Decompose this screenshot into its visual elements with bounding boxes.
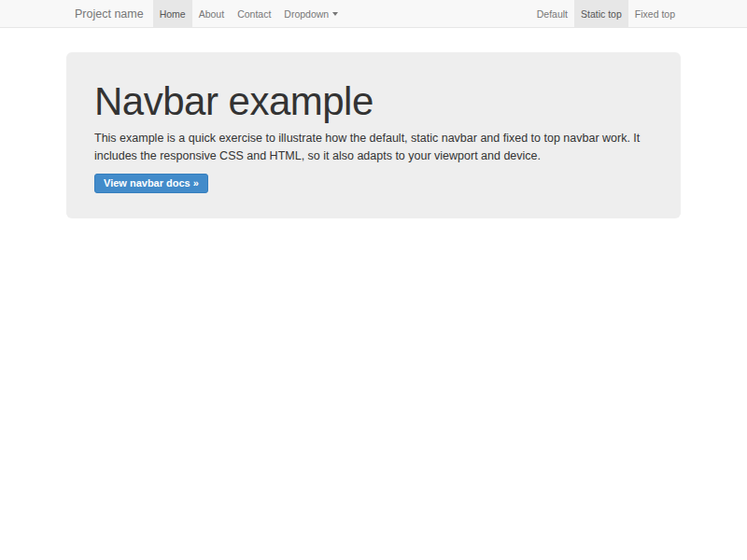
description-line-2: includes the responsive CSS and HTML, so…	[94, 147, 653, 165]
jumbotron: Navbar example This example is a quick e…	[66, 52, 681, 218]
nav-item-default[interactable]: Default	[530, 0, 574, 27]
navbar-container: Project name Home About Contact Dropdown…	[65, 0, 682, 27]
nav-item-fixed-top[interactable]: Fixed top	[628, 0, 682, 27]
main-content: Navbar example This example is a quick e…	[0, 52, 747, 218]
nav-item-home[interactable]: Home	[153, 0, 192, 27]
top-navbar: Project name Home About Contact Dropdown…	[0, 0, 747, 28]
navbar-left-nav: Home About Contact Dropdown	[153, 0, 345, 27]
navbar-brand[interactable]: Project name	[65, 0, 153, 27]
view-navbar-docs-button[interactable]: View navbar docs »	[94, 174, 208, 193]
nav-item-dropdown[interactable]: Dropdown	[277, 0, 345, 27]
page-title: Navbar example	[94, 81, 653, 122]
description-line-1: This example is a quick exercise to illu…	[94, 130, 653, 147]
nav-item-contact[interactable]: Contact	[231, 0, 277, 27]
dropdown-label: Dropdown	[284, 8, 329, 20]
caret-down-icon	[332, 12, 338, 16]
jumbotron-description: This example is a quick exercise to illu…	[94, 130, 653, 165]
nav-item-about[interactable]: About	[192, 0, 231, 27]
nav-item-static-top[interactable]: Static top	[574, 0, 628, 27]
navbar-right-nav: Default Static top Fixed top	[530, 0, 682, 27]
